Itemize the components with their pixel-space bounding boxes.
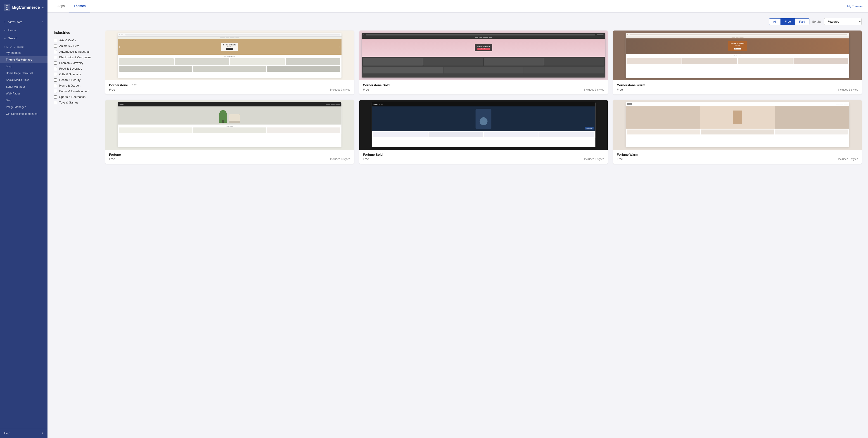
sidebar-item-theme-marketplace[interactable]: Theme Marketplace <box>0 56 48 63</box>
theme-card-fortune-light[interactable]: Fortune <box>105 100 354 164</box>
fortune-nav-right <box>125 104 340 105</box>
art-piece <box>733 110 742 124</box>
preview-nav-item <box>220 37 225 38</box>
industry-arts-crafts[interactable]: Arts & Crafts <box>54 37 99 43</box>
fortune-bold-cta: Shop Now <box>585 127 593 130</box>
filter-paid-button[interactable]: Paid <box>795 19 809 25</box>
fortune-bold-inner: Fortune Sh <box>372 102 595 147</box>
sort-label: Sort by <box>812 20 822 23</box>
theme-card-cornerstone-warm[interactable]: Versatile and Modern Shop Now Shop Now N… <box>613 31 862 95</box>
warm-products: New Products <box>625 54 849 65</box>
preview-dot <box>121 34 122 35</box>
store-icon: □ <box>4 20 6 24</box>
bold-sub-nav <box>362 36 605 39</box>
industry-home-garden[interactable]: Home & Garden <box>54 83 99 88</box>
product-item <box>267 128 340 133</box>
industry-gifts-checkbox[interactable] <box>54 73 57 76</box>
theme-styles: Includes 3 styles <box>838 88 858 91</box>
warm-products-title: New Products <box>626 55 848 57</box>
my-themes-link[interactable]: My Themes <box>847 4 863 8</box>
product-item <box>682 58 737 64</box>
theme-styles: Includes 3 styles <box>584 158 604 161</box>
nav-item <box>736 37 738 37</box>
preview-nav-item <box>226 37 229 38</box>
theme-card-fortune-bold[interactable]: Fortune Sh <box>360 100 608 164</box>
dot <box>382 104 383 105</box>
industry-fashion-label: Fashion & Jewelry <box>59 61 83 65</box>
industry-automotive-industrial[interactable]: Automotive & Industrial <box>54 49 99 55</box>
sidebar-item-social-media-links[interactable]: Social Media Links <box>0 77 48 83</box>
theme-preview-fortune-light: Fortune <box>105 100 354 149</box>
sidebar-item-blog[interactable]: Blog <box>0 97 48 104</box>
industry-automotive-checkbox[interactable] <box>54 50 57 53</box>
industry-fashion-checkbox[interactable] <box>54 62 57 65</box>
theme-meta: Free Includes 3 styles <box>363 88 604 91</box>
product-item <box>484 132 538 137</box>
nav-item <box>836 104 840 104</box>
preview-nav-item <box>230 37 235 38</box>
sidebar-item-script-manager[interactable]: Script Manager <box>0 83 48 90</box>
industry-arts-crafts-checkbox[interactable] <box>54 39 57 42</box>
industry-books-checkbox[interactable] <box>54 90 57 93</box>
topbar-bar <box>629 34 847 35</box>
industry-health-label: Health & Beauty <box>59 78 81 81</box>
industry-animals-pets[interactable]: Animals & Pets <box>54 43 99 49</box>
home-icon: ⌂ <box>4 28 6 32</box>
sidebar-item-home-page-carousel[interactable]: Home Page Carousel <box>0 70 48 77</box>
sidebar-item-view-store[interactable]: □ View Store ↗ <box>0 18 48 26</box>
fortune-warm-product-row <box>627 130 848 134</box>
theme-card-fortune-warm[interactable]: Fortune <box>613 100 862 164</box>
nav-item <box>336 104 340 105</box>
product-item <box>230 58 284 65</box>
industry-electronics-computers[interactable]: Electronics & Computers <box>54 55 99 60</box>
industry-food-checkbox[interactable] <box>54 67 57 70</box>
theme-preview-fortune-warm: Fortune <box>613 100 862 149</box>
industry-animals-pets-label: Animals & Pets <box>59 44 79 48</box>
help-label: Help <box>4 432 10 435</box>
gift-certificate-label: Gift Certificate Templates <box>6 112 37 115</box>
fortune-bold-product-row <box>373 132 594 137</box>
theme-grid: ‹ Books for Cooks Shop Now Shop Now › Mo… <box>105 31 862 164</box>
sidebar-collapse-button[interactable]: « <box>42 6 44 9</box>
industry-animals-pets-checkbox[interactable] <box>54 44 57 48</box>
home-page-carousel-label: Home Page Carousel <box>6 72 33 75</box>
industry-health-beauty[interactable]: Health & Beauty <box>54 77 99 83</box>
sidebar-item-search[interactable]: ⌕ Search <box>0 34 48 42</box>
industry-fashion-jewelry[interactable]: Fashion & Jewelry <box>54 60 99 66</box>
industry-electronics-checkbox[interactable] <box>54 56 57 59</box>
industry-sports-checkbox[interactable] <box>54 95 57 99</box>
theme-preview-fortune-bold: Fortune Sh <box>360 100 608 149</box>
apps-tab-label: Apps <box>57 4 65 8</box>
industry-food-beverage[interactable]: Food & Beverage <box>54 66 99 71</box>
nav-item <box>844 104 848 104</box>
sidebar-item-my-themes[interactable]: My Themes <box>0 49 48 56</box>
sidebar-item-web-pages[interactable]: Web Pages <box>0 90 48 97</box>
hero-title: Books for Cooks <box>223 44 236 46</box>
filter-all-button[interactable]: All <box>769 19 781 25</box>
sort-select[interactable]: Featured Newest Name A-Z Price: Low to H… <box>824 18 862 25</box>
warm-cta: Shop Now <box>734 48 741 49</box>
bold-footer-products <box>362 66 605 74</box>
tab-themes[interactable]: Themes <box>69 0 90 12</box>
sidebar-item-home[interactable]: ⌂ Home <box>0 26 48 34</box>
industry-sports-recreation[interactable]: Sports & Recreation <box>54 94 99 100</box>
theme-price: Free <box>109 157 115 161</box>
theme-card-cornerstone-light[interactable]: ‹ Books for Cooks Shop Now Shop Now › Mo… <box>105 31 354 95</box>
industry-home-checkbox[interactable] <box>54 84 57 87</box>
filter-free-button[interactable]: Free <box>781 19 795 25</box>
industry-toys-checkbox[interactable] <box>54 101 57 104</box>
sidebar-help[interactable]: Help ∧ <box>0 428 48 438</box>
industry-home-label: Home & Garden <box>59 84 81 87</box>
industry-automotive-label: Automotive & Industrial <box>59 50 90 53</box>
industry-toys-games[interactable]: Toys & Games <box>54 100 99 105</box>
industry-gifts-specialty[interactable]: Gifts & Specialty <box>54 71 99 77</box>
industry-books-entertainment[interactable]: Books & Entertainment <box>54 88 99 94</box>
sidebar-item-logo[interactable]: Logo <box>0 63 48 70</box>
svg-text:BC: BC <box>6 7 8 8</box>
theme-card-cornerstone-bold[interactable]: Spring Releases Shop Now <box>360 31 608 95</box>
sidebar-item-image-manager[interactable]: Image Manager <box>0 104 48 110</box>
sidebar-item-gift-certificate-templates[interactable]: Gift Certificate Templates <box>0 110 48 117</box>
fortune-bold-hero: Shop Now <box>372 106 595 131</box>
tab-apps[interactable]: Apps <box>53 0 69 12</box>
industry-health-checkbox[interactable] <box>54 78 57 81</box>
